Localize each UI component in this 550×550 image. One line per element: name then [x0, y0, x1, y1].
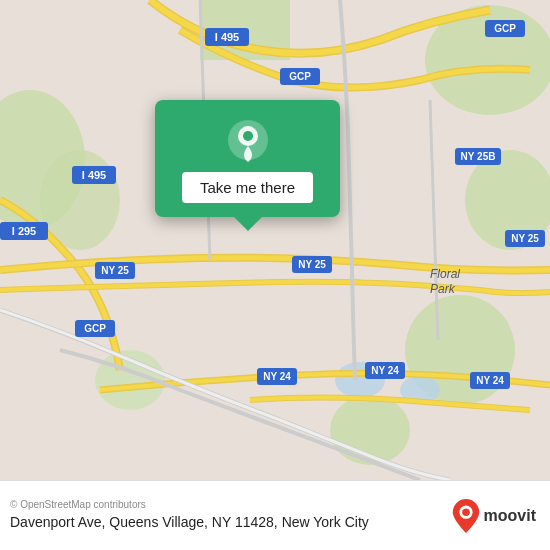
- svg-text:NY 24: NY 24: [371, 365, 399, 376]
- svg-text:I 495: I 495: [82, 169, 106, 181]
- svg-point-41: [243, 131, 253, 141]
- svg-text:I 295: I 295: [12, 225, 36, 237]
- svg-text:GCP: GCP: [84, 323, 106, 334]
- svg-text:NY 25: NY 25: [101, 265, 129, 276]
- bottom-info-bar: © OpenStreetMap contributors Davenport A…: [0, 480, 550, 550]
- svg-text:Park: Park: [430, 282, 456, 296]
- svg-text:NY 24: NY 24: [263, 371, 291, 382]
- location-pin-icon: [226, 118, 270, 162]
- moovit-pin-icon: [452, 499, 480, 533]
- svg-text:NY 25: NY 25: [511, 233, 539, 244]
- address-label: Davenport Ave, Queens Village, NY 11428,…: [10, 513, 369, 531]
- moovit-logo[interactable]: moovit: [452, 499, 536, 533]
- address-section: © OpenStreetMap contributors Davenport A…: [10, 499, 369, 531]
- svg-text:GCP: GCP: [494, 23, 516, 34]
- svg-text:I 495: I 495: [215, 31, 239, 43]
- map-view[interactable]: I 495 I 495 I 295 GCP GCP GCP NY 25 NY 2…: [0, 0, 550, 480]
- svg-point-43: [462, 508, 470, 516]
- svg-text:NY 24: NY 24: [476, 375, 504, 386]
- moovit-label: moovit: [484, 507, 536, 525]
- svg-text:NY 25B: NY 25B: [461, 151, 496, 162]
- location-popup[interactable]: Take me there: [155, 100, 340, 217]
- copyright-label: © OpenStreetMap contributors: [10, 499, 369, 510]
- take-me-there-button[interactable]: Take me there: [182, 172, 313, 203]
- map-background: I 495 I 495 I 295 GCP GCP GCP NY 25 NY 2…: [0, 0, 550, 480]
- svg-text:Floral: Floral: [430, 267, 460, 281]
- svg-text:NY 25: NY 25: [298, 259, 326, 270]
- svg-text:GCP: GCP: [289, 71, 311, 82]
